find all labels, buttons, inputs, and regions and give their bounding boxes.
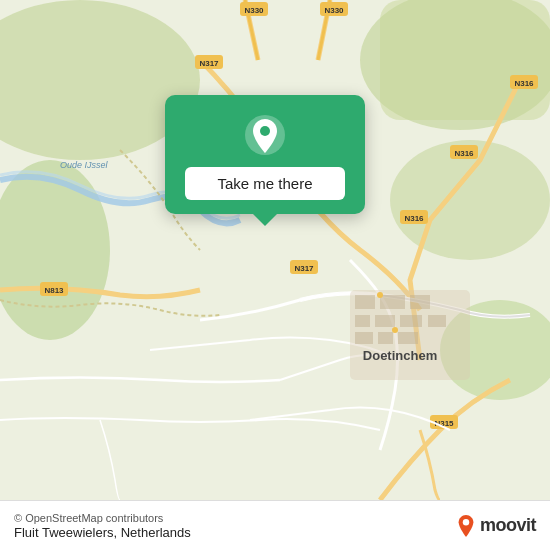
svg-rect-26 xyxy=(355,295,375,309)
svg-rect-31 xyxy=(400,315,422,327)
svg-rect-27 xyxy=(380,295,405,309)
svg-point-41 xyxy=(260,126,270,136)
svg-text:N330: N330 xyxy=(244,6,264,15)
svg-rect-34 xyxy=(378,332,393,344)
svg-text:N316: N316 xyxy=(404,214,424,223)
location-pin-icon xyxy=(243,113,287,157)
svg-point-39 xyxy=(392,327,398,333)
svg-text:N317: N317 xyxy=(294,264,314,273)
svg-rect-30 xyxy=(375,315,395,327)
svg-rect-35 xyxy=(398,332,418,344)
svg-text:N813: N813 xyxy=(44,286,64,295)
map-background: N330 N330 N316 N316 N316 N317 N317 N813 … xyxy=(0,0,550,500)
svg-text:N316: N316 xyxy=(514,79,534,88)
svg-rect-29 xyxy=(355,315,370,327)
svg-text:N316: N316 xyxy=(454,149,474,158)
moovit-pin-icon xyxy=(456,514,476,538)
map-container: N330 N330 N316 N316 N316 N317 N317 N813 … xyxy=(0,0,550,500)
moovit-logo: moovit xyxy=(456,514,536,538)
attribution-text: © OpenStreetMap contributors xyxy=(14,512,191,524)
svg-text:N317: N317 xyxy=(199,59,219,68)
location-popup: Take me there xyxy=(165,95,365,214)
svg-text:Doetinchem: Doetinchem xyxy=(363,348,437,363)
svg-point-38 xyxy=(377,292,383,298)
location-name: Fluit Tweewielers, Netherlands xyxy=(14,525,191,540)
svg-rect-28 xyxy=(410,295,430,309)
svg-point-42 xyxy=(463,519,469,525)
svg-rect-33 xyxy=(355,332,373,344)
take-me-there-button[interactable]: Take me there xyxy=(185,167,345,200)
bottom-bar: © OpenStreetMap contributors Fluit Tweew… xyxy=(0,500,550,550)
svg-rect-6 xyxy=(380,0,550,120)
svg-text:N330: N330 xyxy=(324,6,344,15)
svg-rect-32 xyxy=(428,315,446,327)
svg-text:Oude IJssel: Oude IJssel xyxy=(60,160,109,170)
moovit-brand-text: moovit xyxy=(480,515,536,536)
